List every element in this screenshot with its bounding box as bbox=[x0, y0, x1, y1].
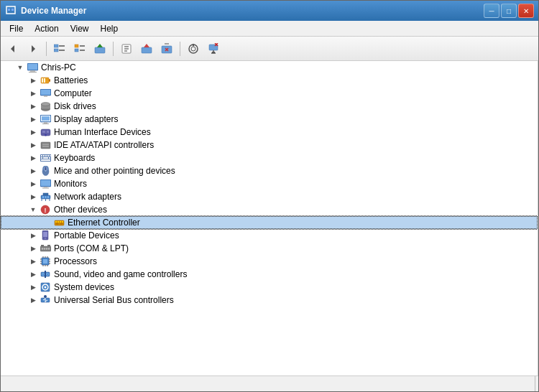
expand-other[interactable]: ▼ bbox=[27, 203, 40, 216]
uninstall-button[interactable] bbox=[157, 39, 176, 58]
svg-rect-93 bbox=[62, 221, 63, 223]
monitor-icon bbox=[40, 178, 51, 190]
properties-button[interactable] bbox=[117, 39, 136, 58]
svg-rect-44 bbox=[41, 90, 50, 95]
expand-disk[interactable]: ▶ bbox=[27, 100, 40, 113]
computer-icon bbox=[27, 62, 38, 73]
scan-button[interactable] bbox=[184, 39, 203, 58]
tree-portable[interactable]: ▶ Portable Devices bbox=[1, 229, 538, 242]
svg-rect-19 bbox=[142, 47, 152, 53]
expand-sound[interactable]: ▶ bbox=[27, 268, 40, 281]
expand-monitors[interactable]: ▶ bbox=[27, 177, 40, 190]
tree-ports[interactable]: ▶ Ports (COM & LPT) bbox=[1, 242, 538, 255]
expand-display[interactable]: ▶ bbox=[27, 113, 40, 126]
device-manager-window: Device Manager ─ □ ✕ File Action View He… bbox=[0, 0, 539, 392]
svg-rect-65 bbox=[47, 155, 49, 157]
svg-text:!: ! bbox=[45, 207, 47, 214]
close-button[interactable]: ✕ bbox=[518, 4, 534, 18]
svg-rect-82 bbox=[47, 196, 49, 198]
troubleshoot-button[interactable] bbox=[204, 39, 223, 58]
tree-batteries[interactable]: ▶ Batteries bbox=[1, 74, 538, 87]
ethernet-icon bbox=[53, 217, 65, 228]
other-label: Other devices bbox=[54, 205, 107, 215]
forward-button[interactable] bbox=[24, 39, 42, 58]
system-label: System devices bbox=[54, 282, 114, 292]
expand-hid[interactable]: ▶ bbox=[27, 126, 40, 139]
devices-by-type-button[interactable] bbox=[70, 39, 89, 58]
svg-rect-83 bbox=[43, 193, 48, 195]
expand-processor[interactable]: ▶ bbox=[27, 255, 40, 268]
expand-usb[interactable]: ▶ bbox=[27, 294, 40, 307]
tree-disk[interactable]: ▶ Disk drives bbox=[1, 100, 538, 113]
maximize-button[interactable]: □ bbox=[501, 4, 517, 18]
expand-root[interactable]: ▼ bbox=[14, 61, 27, 74]
svg-point-48 bbox=[41, 102, 50, 106]
svg-rect-70 bbox=[41, 159, 50, 161]
svg-point-98 bbox=[45, 238, 46, 239]
tree-computer[interactable]: ▶ Computer bbox=[1, 87, 538, 100]
update-driver-button[interactable] bbox=[91, 39, 109, 58]
tree-other[interactable]: ▼ ! Other devices bbox=[1, 203, 538, 216]
expand-portable[interactable]: ▶ bbox=[27, 229, 40, 242]
rollback-button[interactable] bbox=[137, 39, 156, 58]
expand-mice[interactable]: ▶ bbox=[27, 164, 40, 177]
tree-usb[interactable]: ▶ Universal Serial Bus controllers bbox=[1, 294, 538, 307]
svg-point-100 bbox=[41, 248, 42, 249]
show-devices-button[interactable] bbox=[50, 39, 69, 58]
tree-ide[interactable]: ▶ IDE ATA/ATAPI controllers bbox=[1, 139, 538, 151]
tree-monitors[interactable]: ▶ Monitors bbox=[1, 177, 538, 190]
expand-computer[interactable]: ▶ bbox=[27, 87, 40, 100]
network-icon bbox=[40, 191, 51, 202]
svg-marker-14 bbox=[97, 44, 103, 47]
svg-rect-97 bbox=[43, 232, 47, 237]
processor-icon bbox=[40, 256, 51, 267]
svg-rect-78 bbox=[42, 187, 49, 188]
sound-icon bbox=[40, 269, 51, 280]
tree-keyboards[interactable]: ▶ Keyboards bbox=[1, 151, 538, 164]
menu-help[interactable]: Help bbox=[95, 22, 124, 35]
tree-hid[interactable]: ▶ Human Interface Devices bbox=[1, 126, 538, 139]
menu-file[interactable]: File bbox=[4, 22, 29, 35]
keyboard-label: Keyboards bbox=[54, 153, 95, 163]
monitors-label: Monitors bbox=[54, 179, 87, 189]
expand-ports[interactable]: ▶ bbox=[27, 242, 40, 255]
svg-point-101 bbox=[43, 248, 45, 249]
svg-rect-5 bbox=[54, 45, 58, 47]
menu-view[interactable]: View bbox=[65, 22, 95, 35]
svg-rect-13 bbox=[95, 47, 105, 53]
expand-batteries[interactable]: ▶ bbox=[27, 74, 40, 87]
portable-label: Portable Devices bbox=[54, 230, 119, 241]
expand-system[interactable]: ▶ bbox=[27, 281, 40, 294]
svg-rect-68 bbox=[43, 157, 48, 159]
ports-label: Ports (COM & LPT) bbox=[54, 243, 129, 253]
svg-point-128 bbox=[45, 286, 47, 289]
tree-ethernet[interactable]: Ethernet Controller bbox=[1, 216, 538, 229]
svg-rect-63 bbox=[43, 155, 45, 157]
batteries-icon bbox=[40, 75, 51, 86]
disk-label: Disk drives bbox=[54, 101, 96, 111]
svg-rect-80 bbox=[42, 196, 44, 198]
expand-network[interactable]: ▶ bbox=[27, 190, 40, 203]
disk-icon bbox=[40, 101, 51, 112]
svg-rect-69 bbox=[49, 157, 50, 159]
expand-keyboards[interactable]: ▶ bbox=[27, 151, 40, 164]
tree-mice[interactable]: ▶ Mice and other pointing devices bbox=[1, 164, 538, 177]
svg-rect-45 bbox=[44, 95, 47, 97]
tree-processor[interactable]: ▶ bbox=[1, 255, 538, 268]
minimize-button[interactable]: ─ bbox=[484, 4, 499, 18]
menu-action[interactable]: Action bbox=[29, 22, 64, 35]
tree-system[interactable]: ▶ System devices bbox=[1, 281, 538, 294]
tree-network[interactable]: ▶ Network adapters bbox=[1, 190, 538, 203]
root-label: Chris-PC bbox=[41, 62, 76, 73]
tree-sound[interactable]: ▶ Sound, video and game controllers bbox=[1, 268, 538, 281]
tree-root[interactable]: ▼ Chris-PC bbox=[1, 61, 538, 74]
tree-display[interactable]: ▶ Display adapters bbox=[1, 113, 538, 126]
batteries-label: Batteries bbox=[54, 75, 88, 85]
svg-rect-56 bbox=[47, 131, 49, 133]
device-tree[interactable]: ▼ Chris-PC ▶ bbox=[1, 61, 538, 375]
expand-ide[interactable]: ▶ bbox=[27, 139, 40, 151]
svg-rect-66 bbox=[50, 155, 51, 157]
svg-point-123 bbox=[42, 274, 44, 275]
svg-rect-6 bbox=[54, 49, 58, 52]
back-button[interactable] bbox=[4, 39, 22, 58]
